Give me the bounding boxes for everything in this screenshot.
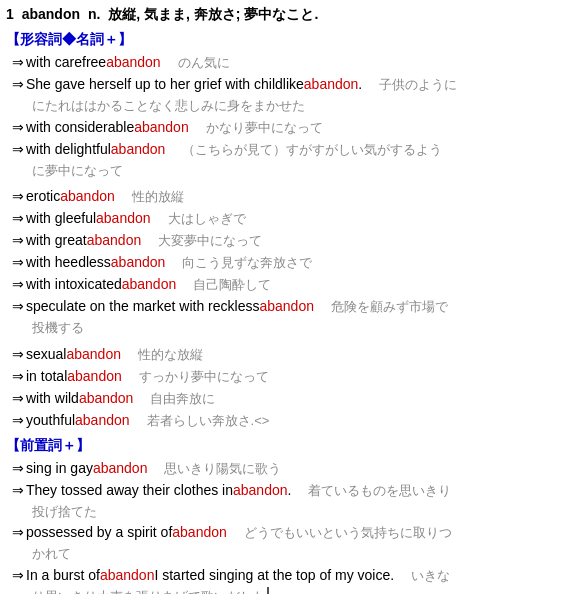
keyword: abandon	[134, 117, 189, 138]
entry-erotic: ⇒ erotic abandon 性的放縦	[6, 186, 558, 207]
entry-carefree: ⇒ with carefree abandon のん気に	[6, 52, 558, 73]
entry-possessed-cont: かれて	[6, 544, 558, 564]
keyword: abandon	[100, 565, 155, 586]
entry-definition: 放縦, 気まま, 奔放さ; 夢中なこと.	[108, 6, 318, 22]
page-wrapper: 1 abandon n. 放縦, 気まま, 奔放さ; 夢中なこと. 【形容詞◆名…	[6, 4, 558, 594]
translation: 自己陶酔して	[180, 275, 271, 295]
keyword: abandon	[75, 410, 130, 431]
arrow-icon: ⇒	[12, 139, 24, 160]
entry-wild: ⇒ with wild abandon 自由奔放に	[6, 388, 558, 409]
pos-adjective-noun: 【形容詞◆名詞＋】	[6, 29, 558, 50]
arrow-icon: ⇒	[12, 74, 24, 95]
text-before: with carefree	[26, 52, 106, 73]
translation: 大変夢中になって	[145, 231, 262, 251]
translation: 着ているものを思いきり	[295, 481, 451, 501]
translation-cont: 投機する	[32, 318, 84, 338]
keyword: abandon	[96, 208, 151, 229]
arrow-icon: ⇒	[12, 274, 24, 295]
keyword: abandon	[304, 74, 359, 95]
translation: （こちらが見て）すがすがしい気がするよう	[169, 140, 442, 160]
translation-cont: にたれははかることなく悲しみに身をまかせた	[32, 96, 305, 116]
text-before: with great	[26, 230, 87, 251]
arrow-icon: ⇒	[12, 296, 24, 317]
translation: 危険を顧みず市場で	[318, 297, 448, 317]
translation: 若者らしい奔放さ.<>	[134, 411, 270, 431]
keyword: abandon	[111, 252, 166, 273]
arrow-icon: ⇒	[12, 52, 24, 73]
keyword: abandon	[67, 366, 122, 387]
text-before: sexual	[26, 344, 66, 365]
text-before: with wild	[26, 388, 79, 409]
text-before: with considerable	[26, 117, 134, 138]
arrow-icon: ⇒	[12, 480, 24, 501]
keyword: abandon	[111, 139, 166, 160]
text-after: .	[288, 480, 292, 501]
arrow-icon: ⇒	[12, 208, 24, 229]
entry-word: abandon	[22, 6, 80, 22]
entry-header: 1 abandon n. 放縦, 気まま, 奔放さ; 夢中なこと.	[6, 4, 558, 25]
keyword: abandon	[60, 186, 115, 207]
entry-possessed: ⇒ possessed by a spirit of abandon どうでもい…	[6, 522, 558, 543]
entry-reckless-cont: 投機する	[6, 318, 558, 338]
translation-cont: かれて	[32, 544, 71, 564]
entry-youthful: ⇒ youthful abandon 若者らしい奔放さ.<>	[6, 410, 558, 431]
entry-delightful-cont: に夢中になって	[6, 161, 558, 181]
translation: どうでもいいという気持ちに取りつ	[231, 523, 452, 543]
entry-pos: n.	[88, 6, 100, 22]
entry-burst-cont: り思いきり大声を張りあげて歌いだした	[6, 587, 558, 595]
text-before: in total	[26, 366, 67, 387]
keyword: abandon	[79, 388, 134, 409]
translation: 性的放縦	[119, 187, 184, 207]
arrow-icon: ⇒	[12, 344, 24, 365]
text-before: In a burst of	[26, 565, 100, 586]
text-before: with heedless	[26, 252, 111, 273]
keyword: abandon	[233, 480, 288, 501]
keyword: abandon	[87, 230, 142, 251]
text-before: possessed by a spirit of	[26, 522, 172, 543]
text-after: I started singing at the top of my voice…	[154, 565, 394, 586]
text-before: with gleeful	[26, 208, 96, 229]
keyword: abandon	[172, 522, 227, 543]
arrow-icon: ⇒	[12, 230, 24, 251]
translation: 子供のように	[366, 75, 457, 95]
translation: 思いきり陽気に歌う	[151, 459, 281, 479]
arrow-icon: ⇒	[12, 410, 24, 431]
entry-burst: ⇒ In a burst of abandon I started singin…	[6, 565, 558, 586]
entry-reckless: ⇒ speculate on the market with reckless …	[6, 296, 558, 317]
translation: 性的な放縦	[125, 345, 203, 365]
keyword: abandon	[66, 344, 121, 365]
text-before: She gave herself up to her grief with ch…	[26, 74, 304, 95]
entry-considerable: ⇒ with considerable abandon かなり夢中になって	[6, 117, 558, 138]
pos-preposition: 【前置詞＋】	[6, 435, 558, 456]
entry-gleeful: ⇒ with gleeful abandon 大はしゃぎで	[6, 208, 558, 229]
arrow-icon: ⇒	[12, 388, 24, 409]
translation-cont: 投げ捨てた	[32, 502, 97, 522]
entry-intoxicated: ⇒ with intoxicated abandon 自己陶酔して	[6, 274, 558, 295]
arrow-icon: ⇒	[12, 522, 24, 543]
arrow-icon: ⇒	[12, 458, 24, 479]
entry-tossed-cont: 投げ捨てた	[6, 502, 558, 522]
cursor-icon	[267, 587, 269, 595]
text-before: speculate on the market with reckless	[26, 296, 259, 317]
translation: いきな	[398, 566, 450, 586]
translation-cont: に夢中になって	[32, 161, 123, 181]
entry-tossed: ⇒ They tossed away their clothes in aban…	[6, 480, 558, 501]
text-before: with intoxicated	[26, 274, 122, 295]
translation: 向こう見ずな奔放さで	[169, 253, 312, 273]
entry-childlike: ⇒ She gave herself up to her grief with …	[6, 74, 558, 95]
entry-heedless: ⇒ with heedless abandon 向こう見ずな奔放さで	[6, 252, 558, 273]
text-before: They tossed away their clothes in	[26, 480, 233, 501]
entry-sexual: ⇒ sexual abandon 性的な放縦	[6, 344, 558, 365]
arrow-icon: ⇒	[12, 186, 24, 207]
text-before: with delightful	[26, 139, 111, 160]
arrow-icon: ⇒	[12, 366, 24, 387]
translation: 大はしゃぎで	[155, 209, 246, 229]
translation-cont: り思いきり大声を張りあげて歌いだした	[32, 587, 266, 595]
keyword: abandon	[259, 296, 314, 317]
entry-number: 1	[6, 6, 14, 22]
entry-delightful: ⇒ with delightful abandon （こちらが見て）すがすがしい…	[6, 139, 558, 160]
entry-total: ⇒ in total abandon すっかり夢中になって	[6, 366, 558, 387]
translation: 自由奔放に	[137, 389, 215, 409]
text-before: youthful	[26, 410, 75, 431]
translation: のん気に	[165, 53, 230, 73]
